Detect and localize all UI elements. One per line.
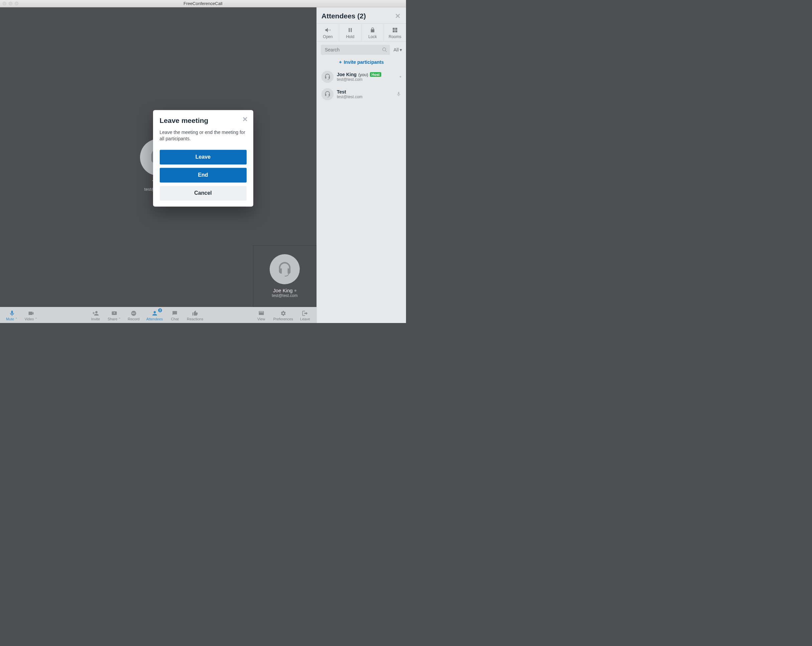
titlebar: FreeConferenceCall [0,0,406,8]
cancel-button[interactable]: Cancel [160,186,247,200]
zoom-window-button[interactable] [15,2,18,5]
close-window-button[interactable] [3,2,6,5]
dialog-title: Leave meeting [160,117,247,125]
minimize-window-button[interactable] [9,2,12,5]
end-meeting-button[interactable]: End [160,168,247,182]
app-window: FreeConferenceCall Test test@test.com Jo… [0,0,406,323]
dialog-body: Leave the meeting or end the meeting for… [160,129,247,142]
close-dialog-button[interactable]: ✕ [242,115,248,123]
window-title: FreeConferenceCall [0,1,406,6]
window-controls [3,2,18,5]
leave-meeting-dialog: ✕ Leave meeting Leave the meeting or end… [153,110,253,206]
leave-meeting-button[interactable]: Leave [160,150,247,165]
